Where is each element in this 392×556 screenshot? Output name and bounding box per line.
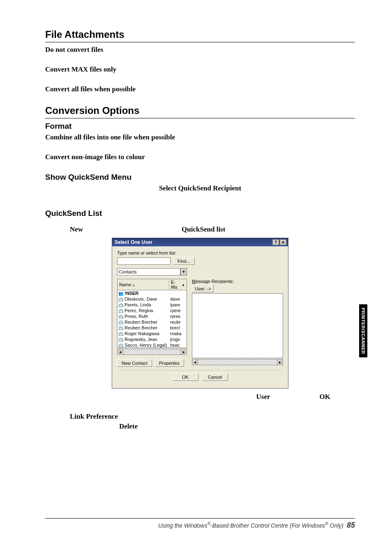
- new-contact-button[interactable]: New Contact: [117, 359, 152, 367]
- list-item[interactable]: Press, Ruthrpres: [118, 313, 187, 319]
- contact-name: !NSER: [125, 291, 138, 296]
- column-email[interactable]: E-Ma▲: [169, 279, 187, 290]
- scrollbar-track[interactable]: [123, 349, 181, 355]
- scroll-left-icon[interactable]: ◄: [117, 349, 123, 355]
- contact-name: Reuben Brecher: [125, 320, 157, 324]
- option-combine-files: Combine all files into one file when pos…: [45, 133, 355, 141]
- contact-name: Reuben Brecher: [125, 325, 157, 330]
- side-tab-printer-scanner: PRINTER/SCANNER: [359, 304, 367, 357]
- scroll-right-icon[interactable]: ►: [181, 349, 187, 355]
- list-item[interactable]: Sacco, Henry (Legal)hsac: [118, 342, 187, 348]
- chevron-down-icon[interactable]: ▼: [180, 268, 187, 276]
- option-nonimage-colour: Convert non-image files to colour: [45, 153, 355, 161]
- contact-email: reubr: [170, 320, 186, 324]
- contact-card-icon: [118, 325, 123, 330]
- option-do-not-convert: Do not convert files: [45, 46, 355, 54]
- divider: [45, 118, 355, 118]
- select-quicksend-recipient: Select QuickSend Recipient: [45, 184, 355, 192]
- contact-email: hsac: [170, 343, 186, 348]
- page-number: 85: [347, 521, 355, 529]
- list-item[interactable]: Rogowsky, Jeanjrogo: [118, 336, 187, 342]
- ok-label: OK: [320, 393, 330, 401]
- dialog-titlebar: Select One User ? ✕: [112, 238, 288, 246]
- help-icon[interactable]: ?: [272, 239, 279, 245]
- contact-card-icon: [118, 297, 123, 301]
- footer-divider: [45, 518, 355, 519]
- option-convert-max: Convert MAX files only: [45, 65, 355, 74]
- contact-email: dave: [170, 297, 186, 301]
- column-name[interactable]: Name△: [118, 279, 169, 290]
- scroll-left-icon[interactable]: ◄: [192, 359, 198, 365]
- search-input[interactable]: [117, 257, 171, 265]
- message-recipients-label: MMessage Recipients:essage Recipients:: [192, 279, 283, 284]
- group-icon: [118, 291, 123, 296]
- list-item[interactable]: Parets, Lindalpare: [118, 302, 187, 308]
- user-label: User: [256, 393, 270, 401]
- list-item[interactable]: Oleskovic, Davedave: [118, 296, 187, 302]
- delete-label: Delete: [119, 422, 355, 431]
- ok-button[interactable]: OK: [172, 373, 198, 381]
- properties-button[interactable]: Properties: [154, 359, 184, 367]
- contact-email: rpere: [170, 308, 186, 313]
- section-title-conversion-options: Conversion Options: [45, 105, 355, 116]
- quicksend-list-label: QuickSend list: [182, 225, 225, 234]
- contact-card-icon: [118, 343, 123, 348]
- contact-card-icon: [118, 302, 123, 307]
- close-icon[interactable]: ✕: [280, 239, 286, 245]
- divider: [45, 42, 355, 42]
- contact-list-header: Name△ E-Ma▲: [117, 279, 187, 290]
- cancel-button[interactable]: Cancel: [202, 373, 228, 381]
- option-convert-all: Convert all files when possible: [45, 85, 355, 93]
- quicksend-list-heading: QuickSend List: [45, 209, 355, 218]
- contact-name: Rogowsky, Jean: [125, 337, 157, 342]
- contact-card-icon: [118, 331, 123, 336]
- section-title-file-attachments: File Attachments: [45, 29, 355, 40]
- list-item[interactable]: Reuben Brecherbrecl: [118, 325, 187, 331]
- scrollbar-track[interactable]: [198, 359, 277, 365]
- contact-email: rnaka: [170, 331, 186, 336]
- contact-name: Roger Nakagawa: [125, 331, 159, 336]
- dialog-title: Select One User: [115, 239, 152, 245]
- address-book-value: [117, 268, 180, 276]
- link-preference-label: Link Preference: [70, 412, 355, 421]
- address-book-select[interactable]: ▼: [117, 268, 187, 276]
- recipients-list[interactable]: [192, 293, 283, 358]
- contact-email: lpare: [170, 302, 186, 307]
- select-one-user-dialog: Select One User ? ✕ Type name or select …: [112, 238, 288, 389]
- list-item[interactable]: !NSER: [118, 290, 187, 296]
- list-item[interactable]: Perez, Reginarpere: [118, 308, 187, 313]
- contact-card-icon: [118, 308, 123, 313]
- contact-email: brecl: [170, 325, 186, 330]
- scroll-right-icon[interactable]: ►: [277, 359, 283, 365]
- type-name-label: Type name or select from list:: [117, 250, 283, 255]
- show-quicksend-menu-heading: Show QuickSend Menu: [45, 173, 355, 182]
- list-item[interactable]: Roger Nakagawarnaka: [118, 331, 187, 336]
- contact-card-icon: [118, 320, 123, 324]
- contact-email: rpres: [170, 314, 186, 319]
- contact-card-icon: [118, 337, 123, 342]
- find-button[interactable]: Find...: [173, 257, 195, 265]
- contact-name: Perez, Regina: [125, 308, 153, 313]
- contact-name: Sacco, Henry (Legal): [125, 343, 167, 348]
- user-add-button[interactable]: User: ->: [192, 285, 214, 292]
- contact-name: Parets, Linda: [125, 302, 151, 307]
- format-heading: Format: [45, 122, 355, 131]
- contact-card-icon: [118, 314, 123, 319]
- contact-list[interactable]: !NSEROleskovic, DavedaveParets, Lindalpa…: [117, 290, 187, 348]
- footer-text: Using the Windows®-Based Brother Control…: [45, 521, 355, 530]
- contact-email: jrogo: [170, 337, 186, 342]
- contact-name: Oleskovic, Dave: [125, 297, 157, 301]
- contact-name: Press, Ruth: [125, 314, 148, 319]
- list-item[interactable]: Reuben Brecherreubr: [118, 319, 187, 325]
- new-label: New: [70, 225, 83, 234]
